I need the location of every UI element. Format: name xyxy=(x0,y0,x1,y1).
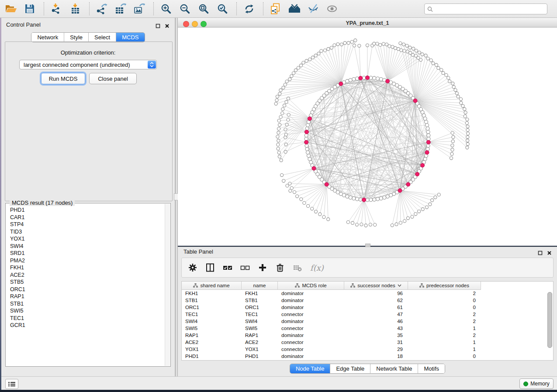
first-neighbors-icon[interactable] xyxy=(288,2,301,15)
mcds-node-item[interactable]: RAP1 xyxy=(10,293,163,300)
import-table-icon[interactable] xyxy=(69,2,82,15)
apply-layout-icon[interactable] xyxy=(242,2,256,15)
table-cell: 1 xyxy=(408,347,481,352)
table-cell: dominator xyxy=(278,319,344,324)
mcds-node-item[interactable]: SRD1 xyxy=(10,250,163,257)
search-input[interactable] xyxy=(435,6,544,13)
table-scrollbar[interactable] xyxy=(547,292,552,348)
tab-select[interactable]: Select xyxy=(89,33,116,42)
table-cell: ACE2 xyxy=(242,340,278,345)
mcds-node-item[interactable]: STB5 xyxy=(10,279,163,286)
split-columns-icon[interactable] xyxy=(205,262,215,273)
clone-network-icon[interactable] xyxy=(269,2,282,15)
mcds-node-item[interactable]: SWI5 xyxy=(10,307,163,315)
table-cell: 47 xyxy=(344,312,408,317)
tab-node-table[interactable]: Node Table xyxy=(290,364,331,373)
network-graph-canvas[interactable] xyxy=(178,28,557,246)
float-panel-icon[interactable] xyxy=(156,22,160,30)
table-cell: STB1 xyxy=(182,298,242,303)
table-row[interactable]: SWI5SWI5connector431 xyxy=(182,325,553,332)
mcds-node-item[interactable]: PHD1 xyxy=(10,206,163,214)
table-cell: 0 xyxy=(408,305,481,310)
mcds-node-item[interactable]: SWI4 xyxy=(10,243,163,250)
network-window-titlebar[interactable]: YPA_prune.txt_1 xyxy=(178,18,557,28)
mcds-node-item[interactable]: TEC1 xyxy=(10,315,163,322)
column-header-predecessor-nodes[interactable]: predecessor nodes xyxy=(408,282,481,290)
close-panel-icon[interactable] xyxy=(165,22,170,30)
table-cell: 35 xyxy=(344,333,408,338)
mcds-node-item[interactable]: ORC1 xyxy=(10,286,163,293)
zoom-selected-icon[interactable] xyxy=(216,2,229,15)
table-cell: ORC1 xyxy=(242,305,278,310)
table-cell: 1 xyxy=(408,340,481,345)
save-session-icon[interactable] xyxy=(23,2,36,15)
mcds-node-item[interactable]: STB1 xyxy=(10,300,163,308)
tab-mcds[interactable]: MCDS xyxy=(116,33,144,42)
mcds-node-item[interactable]: ACE2 xyxy=(10,272,163,279)
task-history-button[interactable] xyxy=(5,379,18,389)
select-all-icon[interactable] xyxy=(223,262,232,273)
table-row[interactable]: TEC1TEC1connector472 xyxy=(182,311,553,318)
table-cell: ACE2 xyxy=(182,340,242,345)
close-table-panel-icon[interactable] xyxy=(547,249,552,257)
add-column-icon[interactable] xyxy=(258,262,267,273)
column-header-MCDS-role[interactable]: MCDS role xyxy=(278,282,344,290)
table-row[interactable]: ACE2ACE2connector311 xyxy=(182,339,553,346)
table-cell: 1 xyxy=(408,326,481,331)
tab-edge-table[interactable]: Edge Table xyxy=(330,364,370,373)
export-image-icon[interactable] xyxy=(133,2,146,15)
zoom-in-icon[interactable] xyxy=(159,2,173,15)
export-table-icon[interactable] xyxy=(114,2,127,15)
destroy-table-icon xyxy=(293,262,302,273)
table-cell: TEC1 xyxy=(242,312,278,317)
table-cell: 2 xyxy=(408,312,481,317)
optimization-criterion-select[interactable]: largest connected component (undirected) xyxy=(19,60,157,69)
float-table-panel-icon[interactable] xyxy=(538,249,543,257)
zoom-out-icon[interactable] xyxy=(178,2,191,15)
tab-network-table[interactable]: Network Table xyxy=(370,364,418,373)
table-cell: RAP1 xyxy=(242,333,278,338)
table-row[interactable]: FKH1FKH1dominator962 xyxy=(182,290,553,297)
mcds-node-item[interactable]: STP4 xyxy=(10,221,163,228)
column-header-name[interactable]: name xyxy=(242,282,278,290)
mcds-node-item[interactable]: YOX1 xyxy=(10,235,163,243)
table-row[interactable]: SWI4SWI4dominator462 xyxy=(182,318,553,325)
tab-style[interactable]: Style xyxy=(64,33,89,42)
mcds-node-item[interactable]: FKH1 xyxy=(10,264,163,272)
table-cell: dominator xyxy=(278,305,344,310)
mcds-node-item[interactable]: GCR1 xyxy=(10,322,163,329)
table-cell: TEC1 xyxy=(182,312,242,317)
mcds-list-scrollbar[interactable] xyxy=(165,204,170,366)
close-panel-button[interactable]: Close panel xyxy=(89,73,137,84)
mcds-node-item[interactable]: CAR1 xyxy=(10,214,163,221)
column-header-shared-name[interactable]: shared name xyxy=(182,282,242,290)
mcds-node-item[interactable]: TID3 xyxy=(10,228,163,236)
export-network-icon[interactable] xyxy=(95,2,108,15)
table-row[interactable]: ORC1ORC1dominator610 xyxy=(182,304,553,311)
search-box[interactable] xyxy=(424,3,547,14)
hide-selected-icon[interactable] xyxy=(307,2,320,15)
mcds-node-item[interactable]: PMA2 xyxy=(10,257,163,265)
deselect-all-icon[interactable] xyxy=(240,262,250,273)
column-header-successor-nodes[interactable]: successor nodes xyxy=(344,282,408,290)
table-cell: 0 xyxy=(408,298,481,303)
toolbar-separator xyxy=(263,2,264,15)
toolbar-separator xyxy=(153,2,154,15)
optimization-criterion-value: largest connected component (undirected) xyxy=(20,62,148,68)
table-row[interactable]: RAP1RAP1dominator352 xyxy=(182,332,553,339)
zoom-fit-icon[interactable] xyxy=(197,2,210,15)
tab-network[interactable]: Network xyxy=(31,33,64,42)
run-mcds-button[interactable]: Run MCDS xyxy=(41,73,85,84)
table-cell: RAP1 xyxy=(182,333,242,338)
table-cell: FKH1 xyxy=(182,291,242,296)
memory-button[interactable]: Memory xyxy=(519,378,554,389)
table-row[interactable]: PHD1PHD1dominator180 xyxy=(182,353,553,360)
table-row[interactable]: STB1STB1dominator620 xyxy=(182,297,553,304)
gear-icon[interactable] xyxy=(188,262,197,273)
tab-motifs[interactable]: Motifs xyxy=(418,364,445,373)
mcds-result-list[interactable]: PHD1CAR1STP4TID3YOX1SWI4SRD1PMA2FKH1ACE2… xyxy=(10,206,163,364)
import-network-icon[interactable] xyxy=(50,2,63,15)
open-file-icon[interactable] xyxy=(4,2,17,15)
delete-column-icon[interactable] xyxy=(275,262,285,273)
table-row[interactable]: YOX1YOX1connector291 xyxy=(182,346,553,353)
